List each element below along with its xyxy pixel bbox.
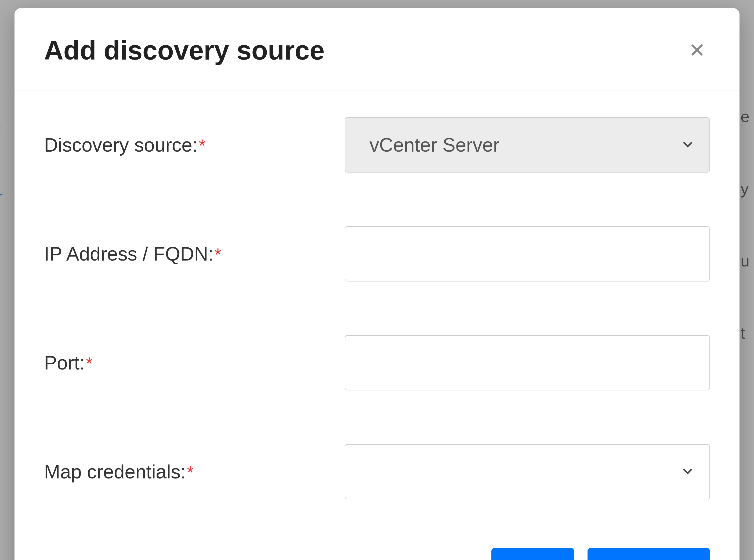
add-more-button[interactable]: Add more <box>587 548 710 560</box>
modal-header: Add discovery source <box>15 8 739 91</box>
close-icon <box>690 42 704 58</box>
label-map-credentials: Map credentials: * <box>44 461 345 483</box>
modal-title: Add discovery source <box>44 35 325 66</box>
discovery-source-select-wrap: vCenter Server <box>345 117 710 173</box>
save-button[interactable]: Save <box>491 548 574 560</box>
modal-footer: Save Add more <box>15 548 739 560</box>
required-mark: * <box>215 246 221 263</box>
required-mark: * <box>86 355 93 372</box>
add-discovery-source-modal: Add discovery source Discovery source: * <box>15 8 739 560</box>
port-input[interactable] <box>345 335 710 391</box>
row-ip-fqdn: IP Address / FQDN: * <box>44 226 710 281</box>
modal-overlay: Add discovery source Discovery source: * <box>0 0 754 560</box>
label-discovery-source: Discovery source: * <box>44 134 345 156</box>
row-discovery-source: Discovery source: * vCenter Server <box>44 117 710 173</box>
ip-fqdn-input[interactable] <box>345 226 710 281</box>
port-wrap <box>345 335 710 391</box>
row-port: Port: * <box>44 335 710 391</box>
required-mark: * <box>187 464 194 481</box>
modal-body: Discovery source: * vCenter Server IP Ad… <box>15 91 739 548</box>
map-credentials-select-wrap <box>345 444 710 499</box>
required-mark: * <box>199 137 206 154</box>
ip-fqdn-wrap <box>345 226 710 281</box>
row-map-credentials: Map credentials: * <box>44 444 710 499</box>
close-button[interactable] <box>684 37 710 64</box>
label-port: Port: * <box>44 352 345 374</box>
discovery-source-select[interactable]: vCenter Server <box>345 117 710 173</box>
map-credentials-select[interactable] <box>345 444 710 499</box>
label-ip-fqdn: IP Address / FQDN: * <box>44 243 345 265</box>
